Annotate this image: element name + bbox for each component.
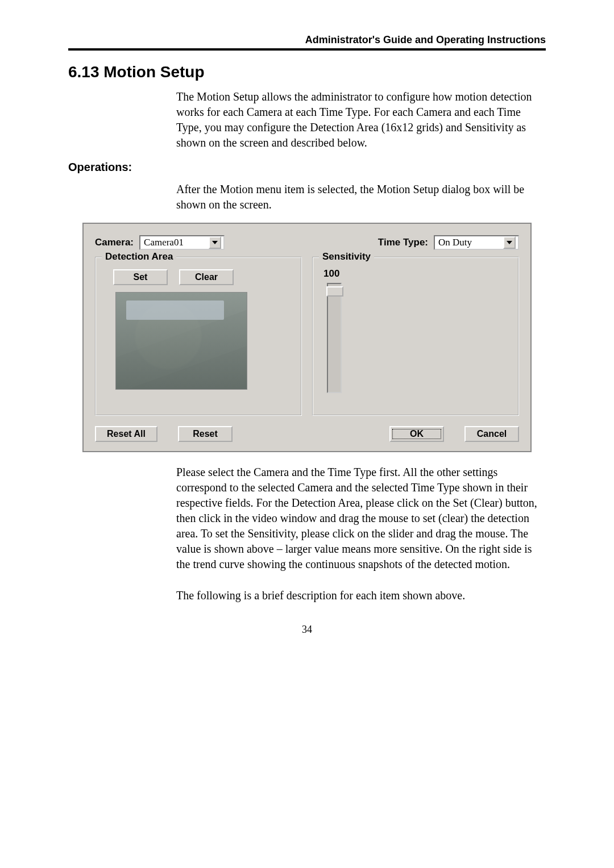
- set-button[interactable]: Set: [113, 269, 168, 285]
- running-header: Administrator's Guide and Operating Inst…: [68, 34, 546, 46]
- reset-button[interactable]: Reset: [178, 426, 233, 442]
- svg-marker-0: [212, 241, 218, 244]
- clear-button[interactable]: Clear: [179, 269, 234, 285]
- header-divider: [68, 48, 546, 51]
- closing-paragraph: The following is a brief description for…: [176, 588, 546, 603]
- page-number: 34: [68, 624, 546, 636]
- after-dialog-paragraph: Please select the Camera and the Time Ty…: [176, 465, 546, 572]
- sensitivity-group: Sensitivity 100: [312, 257, 519, 416]
- operations-heading: Operations:: [68, 161, 546, 174]
- svg-marker-1: [507, 241, 512, 244]
- slider-thumb[interactable]: [326, 286, 343, 297]
- chevron-down-icon[interactable]: [209, 236, 221, 249]
- timetype-select[interactable]: On Duty: [434, 235, 519, 250]
- sensitivity-value: 100: [323, 268, 508, 279]
- timetype-select-value: On Duty: [438, 237, 472, 248]
- intro-paragraph: The Motion Setup allows the administrato…: [176, 89, 546, 151]
- reset-all-button[interactable]: Reset All: [95, 426, 157, 442]
- chevron-down-icon[interactable]: [503, 236, 516, 249]
- section-title: 6.13 Motion Setup: [68, 63, 546, 81]
- detection-area-group: Detection Area Set Clear: [95, 257, 302, 416]
- video-preview[interactable]: [115, 292, 247, 390]
- camera-select[interactable]: Camera01: [139, 235, 225, 250]
- timetype-label: Time Type:: [378, 237, 428, 248]
- camera-select-value: Camera01: [144, 237, 184, 248]
- detection-legend: Detection Area: [102, 251, 176, 262]
- operations-intro: After the Motion menu item is selected, …: [176, 182, 546, 212]
- cancel-button[interactable]: Cancel: [464, 426, 519, 442]
- camera-label: Camera:: [95, 237, 134, 248]
- sensitivity-legend: Sensitivity: [319, 251, 374, 262]
- ok-button[interactable]: OK: [389, 426, 444, 442]
- sensitivity-slider[interactable]: [327, 283, 342, 393]
- motion-setup-dialog: Camera: Camera01 Time Type: On Duty: [82, 223, 532, 452]
